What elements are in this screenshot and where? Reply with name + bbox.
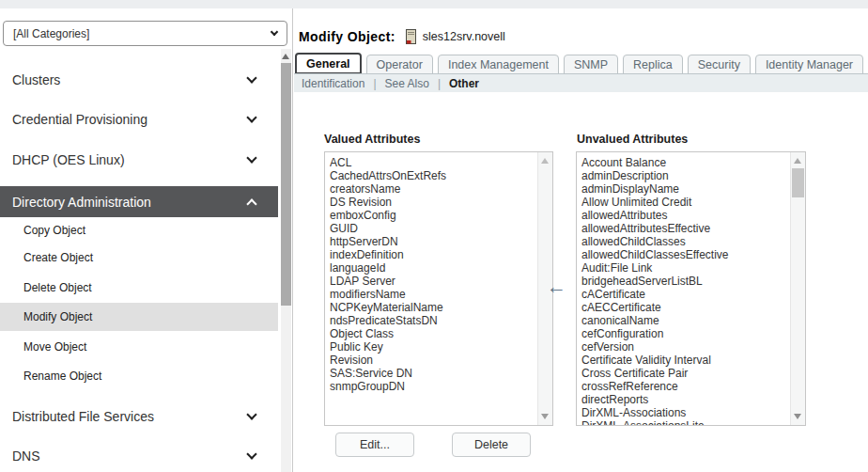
scroll-up-icon[interactable] [282, 54, 289, 59]
subtab-identification[interactable]: Identification [300, 77, 366, 90]
tab-replica[interactable]: Replica [623, 55, 683, 74]
list-item[interactable]: Revision [330, 354, 536, 367]
list-item[interactable]: Object Class [330, 327, 536, 340]
list-item[interactable]: indexDefinition [330, 248, 536, 261]
sidebar-item-dns[interactable]: DNS [0, 436, 278, 472]
edit-button[interactable]: Edit... [335, 433, 414, 457]
list-item[interactable]: adminDescription [581, 169, 789, 182]
sidebar-item-label: Delete Object [23, 281, 92, 294]
list-item[interactable]: modifiersName [330, 288, 536, 301]
scrollbar-thumb[interactable] [792, 168, 804, 197]
list-item[interactable]: canonicalName [581, 314, 789, 327]
sidebar-item-distributed-file-services[interactable]: Distributed File Services [0, 397, 278, 436]
subtab-see-also[interactable]: See Also [383, 77, 431, 90]
list-item[interactable]: Public Key [330, 340, 536, 354]
sidebar-item-label: Copy Object [23, 224, 85, 237]
list-item[interactable]: bridgeheadServerListBL [581, 275, 789, 288]
list-item[interactable]: Certificate Validity Interval [581, 354, 789, 367]
sidebar-item-label: Move Object [23, 340, 86, 354]
list-item[interactable]: ACL [330, 156, 536, 169]
list-item[interactable]: DirXML-AssociationsLite [581, 419, 789, 426]
list-item[interactable]: GUID [330, 222, 536, 235]
list-item[interactable]: DirXML-Associations [581, 406, 789, 419]
list-item[interactable]: NCPKeyMaterialName [330, 301, 536, 314]
list-item[interactable]: emboxConfig [330, 209, 536, 222]
scroll-down-icon[interactable] [541, 414, 549, 419]
list-item[interactable]: DS Revision [330, 196, 536, 209]
sidebar-item-label: Credential Provisioning [12, 112, 147, 127]
sidebar-item-label: Create Object [23, 251, 93, 264]
list-item[interactable]: allowedChildClassesEffective [581, 248, 789, 261]
sidebar-item-clusters[interactable]: Clusters [0, 60, 278, 100]
delete-button[interactable]: Delete [452, 433, 531, 457]
sidebar-item-label: DNS [12, 448, 40, 464]
list-item[interactable]: languageId [330, 261, 536, 275]
chevron-down-icon [246, 72, 256, 83]
sidebar-item-delete-object[interactable]: Delete Object [0, 274, 278, 302]
list-item[interactable]: directReports [581, 393, 789, 406]
scroll-down-icon[interactable] [794, 414, 801, 419]
list-item[interactable]: adminDisplayName [581, 182, 789, 196]
page-header: Modify Object: sles12srv.novell [299, 29, 505, 44]
scroll-up-icon[interactable] [794, 158, 801, 164]
list-item[interactable]: cAECCertificate [581, 301, 789, 314]
list-item[interactable]: allowedAttributesEffective [581, 222, 789, 235]
sidebar-item-label: Modify Object [23, 310, 92, 323]
sidebar-item-directory-administration[interactable]: Directory Administration [0, 186, 278, 217]
unvalued-attributes-listbox[interactable]: Account BalanceadminDescriptionadminDisp… [576, 151, 806, 426]
list-item[interactable]: LDAP Server [330, 275, 536, 288]
tab-identity-manager[interactable]: Identity Manager [755, 55, 863, 74]
sidebar-item-rename-object[interactable]: Rename Object [0, 362, 278, 390]
category-dropdown[interactable]: [All Categories] [3, 21, 287, 46]
sidebar-item-label: Directory Administration [12, 195, 151, 210]
page-title: Modify Object: [299, 29, 395, 44]
subtab-other[interactable]: Other [447, 77, 481, 90]
tab-index-management[interactable]: Index Management [438, 55, 559, 74]
chevron-down-icon [246, 152, 256, 163]
sidebar-item-modify-object[interactable]: Modify Object [0, 303, 278, 331]
sidebar-scrollbar-thumb[interactable] [281, 63, 291, 306]
list-item[interactable]: crossRefReference [581, 380, 789, 393]
chevron-down-icon [271, 27, 278, 35]
unvalued-listbox-scrollbar[interactable] [790, 152, 805, 425]
valued-attributes-listbox[interactable]: ACLCachedAttrsOnExtRefscreatorsNameDS Re… [324, 151, 553, 426]
chevron-up-icon [246, 198, 256, 209]
sidebar-item-create-object[interactable]: Create Object [0, 244, 278, 272]
list-item[interactable]: CachedAttrsOnExtRefs [330, 169, 536, 182]
list-item[interactable]: cefVersion [581, 340, 789, 354]
list-item[interactable]: creatorsName [330, 182, 536, 196]
list-item[interactable]: Allow Unlimited Credit [581, 196, 789, 209]
sidebar-item-credential-provisioning[interactable]: Credential Provisioning [0, 100, 278, 139]
sidebar-scrollbar[interactable] [281, 49, 291, 472]
list-item[interactable]: Account Balance [581, 156, 789, 169]
sidebar: [All Categories] Clusters Credential Pro… [0, 8, 293, 472]
top-bar [0, 0, 868, 8]
list-item[interactable]: cefConfiguration [581, 327, 789, 340]
tab-snmp[interactable]: SNMP [564, 55, 618, 74]
list-item[interactable]: allowedChildClasses [581, 235, 789, 248]
sidebar-item-label: Clusters [12, 72, 60, 87]
list-item[interactable]: Cross Certificate Pair [581, 367, 789, 380]
sidebar-item-label: Rename Object [23, 370, 101, 383]
sidebar-item-copy-object[interactable]: Copy Object [0, 216, 278, 244]
list-item[interactable]: httpServerDN [330, 235, 536, 248]
tab-general[interactable]: General [295, 53, 362, 74]
chevron-down-icon [246, 112, 256, 122]
valued-attributes-label: Valued Attributes [324, 133, 420, 146]
chevron-down-icon [246, 409, 256, 419]
sidebar-item-label: Distributed File Services [12, 409, 154, 424]
list-item[interactable]: cACertificate [581, 288, 789, 301]
tab-security[interactable]: Security [688, 55, 751, 74]
list-item[interactable]: SAS:Service DN [330, 367, 536, 380]
move-to-valued-arrow-icon[interactable]: ← [547, 275, 566, 298]
list-item[interactable]: snmpGroupDN [330, 380, 536, 393]
sidebar-item-move-object[interactable]: Move Object [0, 333, 278, 361]
list-item[interactable]: allowedAttributes [581, 209, 789, 222]
scroll-up-icon[interactable] [541, 158, 549, 164]
list-item[interactable]: ndsPredicateStatsDN [330, 314, 536, 327]
server-icon [405, 29, 417, 44]
tab-operator[interactable]: Operator [366, 55, 433, 74]
subtab-separator: | [373, 77, 376, 90]
sidebar-item-dhcp-oes-linux[interactable]: DHCP (OES Linux) [0, 140, 278, 180]
list-item[interactable]: Audit:File Link [581, 261, 789, 275]
